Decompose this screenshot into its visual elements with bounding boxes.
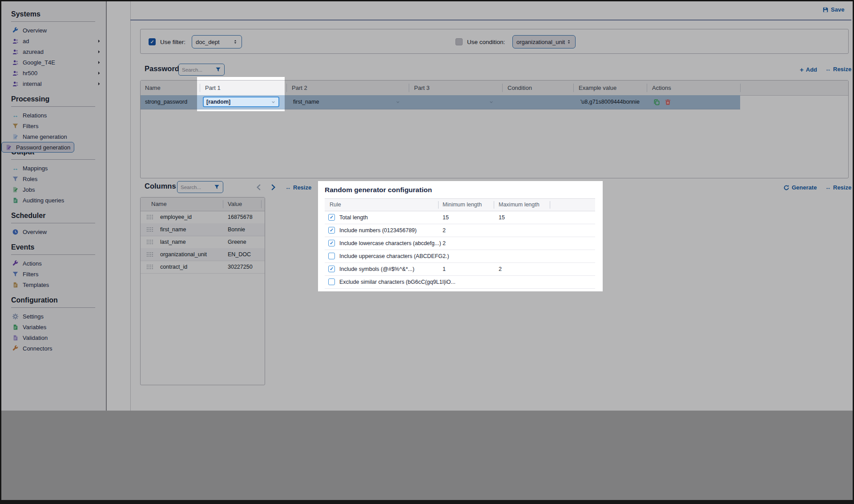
chevron-down-icon — [271, 100, 276, 105]
column-header-value[interactable]: Value — [228, 198, 242, 211]
sidebar-item-mappings[interactable]: ↔Mappings — [1, 163, 106, 173]
sidebar-item-google-t4e[interactable]: Google_T4E — [1, 57, 106, 68]
drag-handle-icon[interactable] — [147, 240, 153, 244]
use-condition-checkbox[interactable]: ✓ — [455, 38, 463, 45]
sidebar-item-filters[interactable]: Filters — [1, 121, 106, 131]
sidebar-heading-scheduler: Scheduler — [11, 212, 95, 223]
drag-handle-icon[interactable] — [147, 265, 153, 269]
rule-max-value[interactable]: 2 — [499, 263, 502, 275]
filter-select[interactable]: doc_dept — [192, 35, 242, 48]
main-left-rule — [130, 1, 131, 411]
sidebar-item-label: Password generation — [16, 144, 70, 151]
sidebar-item-event-filters[interactable]: Filters — [1, 269, 106, 279]
sidebar-item-settings[interactable]: Settings — [1, 311, 106, 322]
generate-button[interactable]: Generate — [783, 184, 817, 191]
passwords-search-input[interactable]: Search... — [178, 64, 225, 76]
column-row-contract-id[interactable]: contract_id 30227250 — [141, 261, 265, 274]
drag-handle-icon[interactable] — [147, 252, 153, 257]
column-header-condition[interactable]: Condition — [508, 81, 532, 95]
part1-dropdown[interactable]: [random] — [203, 97, 279, 107]
rule-min-value[interactable]: 15 — [443, 211, 449, 224]
sidebar-item-label: Settings — [23, 313, 44, 320]
sidebar-item-roles[interactable]: Roles — [1, 173, 106, 184]
rule-checkbox[interactable]: ✓ — [328, 240, 335, 246]
previous-page-icon[interactable] — [255, 183, 263, 191]
columns-search-input[interactable]: Search... — [177, 181, 223, 193]
add-button[interactable]: + Add — [800, 66, 817, 73]
sidebar-item-overview[interactable]: Overview — [1, 25, 106, 36]
sidebar-item-ad[interactable]: ad — [1, 36, 106, 46]
use-condition-label: Use condition: — [467, 39, 505, 45]
sidebar-item-hr500[interactable]: hr500 — [1, 68, 106, 78]
drag-handle-icon[interactable] — [147, 227, 153, 232]
part2-dropdown[interactable]: first_name — [293, 95, 319, 109]
column-value-cell: Greene — [228, 236, 246, 248]
generator-resize-button[interactable]: ↔ Resize — [825, 184, 851, 191]
sidebar-item-label: Name generation — [23, 133, 67, 140]
sidebar-item-relations[interactable]: ↔Relations — [1, 110, 106, 121]
column-row-first-name[interactable]: first_name Bonnie — [141, 223, 265, 236]
column-row-organizational-unit[interactable]: organizational_unit EN_DOC — [141, 248, 265, 261]
rule-checkbox[interactable]: ✓ — [328, 266, 335, 272]
sidebar-item-name-generation[interactable]: Name generation — [1, 131, 106, 142]
condition-select[interactable]: organizational_unit — [512, 35, 576, 48]
column-header-minimum-length[interactable]: Minimum length — [443, 199, 482, 211]
column-header-part1[interactable]: Part 1 — [205, 81, 221, 95]
sidebar-item-internal[interactable]: internal — [1, 78, 106, 89]
passwords-resize-button[interactable]: ↔ Resize — [825, 66, 851, 73]
column-header-maximum-length[interactable]: Maximum length — [499, 199, 540, 211]
app-window: Systems Overview ad azuread Google_T4E h… — [0, 0, 854, 504]
sidebar-item-templates[interactable]: Templates — [1, 279, 106, 290]
rule-checkbox[interactable]: ✓ — [328, 227, 335, 234]
sidebar-section-events: Events Actions Filters Templates — [1, 243, 106, 291]
rule-checkbox[interactable]: ✓ — [328, 214, 335, 221]
rule-checkbox[interactable]: ✓ — [328, 278, 335, 285]
sidebar-item-label: ad — [23, 38, 29, 44]
column-header-rule[interactable]: Rule — [330, 199, 341, 211]
sidebar-item-label: Google_T4E — [23, 59, 55, 66]
column-header-part2[interactable]: Part 2 — [292, 81, 307, 95]
sidebar-item-validation[interactable]: Validation — [1, 332, 106, 343]
save-button[interactable]: Save — [822, 6, 844, 13]
column-header-name[interactable]: Name — [145, 81, 161, 95]
sidebar-item-auditing-queries[interactable]: Auditing queries — [1, 195, 106, 206]
use-filter-checkbox[interactable]: ✓ — [149, 38, 156, 45]
next-page-icon[interactable] — [269, 183, 277, 191]
sidebar-item-scheduler-overview[interactable]: Overview — [1, 226, 106, 237]
sidebar-heading-events: Events — [11, 243, 95, 255]
generate-button-label: Generate — [792, 184, 817, 191]
column-header-example-value[interactable]: Example value — [579, 81, 616, 95]
copy-icon[interactable] — [653, 99, 660, 105]
drag-handle-icon[interactable] — [147, 215, 153, 219]
sidebar-item-azuread[interactable]: azuread — [1, 46, 106, 57]
trash-icon[interactable] — [665, 99, 671, 105]
column-header-actions[interactable]: Actions — [652, 81, 671, 95]
generator-rules-table: Rule Minimum length Maximum length ✓ Tot… — [325, 198, 595, 289]
sidebar-item-actions[interactable]: Actions — [1, 258, 106, 269]
column-row-employee-id[interactable]: employee_id 16875678 — [141, 211, 265, 224]
columns-resize-button[interactable]: ↔ Resize — [285, 184, 311, 191]
chevron-right-icon — [97, 49, 101, 54]
column-header-name[interactable]: Name — [151, 198, 167, 211]
rule-row-include-numbers: ✓ Include numbers (0123456789) 2 — [325, 224, 595, 237]
column-header-part3[interactable]: Part 3 — [414, 81, 430, 95]
rule-min-value[interactable]: 2 — [443, 250, 446, 262]
rule-min-value[interactable]: 2 — [443, 224, 446, 237]
sidebar-item-label: azuread — [23, 48, 44, 55]
sidebar-item-variables[interactable]: Variables — [1, 322, 106, 332]
rule-min-value[interactable]: 2 — [443, 237, 446, 250]
rule-checkbox[interactable]: ✓ — [328, 253, 335, 259]
column-row-last-name[interactable]: last_name Greene — [141, 236, 265, 249]
rule-max-value[interactable]: 15 — [499, 211, 505, 224]
document-icon — [12, 335, 19, 341]
sidebar-item-label: Mappings — [23, 165, 48, 172]
rule-min-value[interactable]: 1 — [443, 263, 446, 275]
sidebar-item-password-generation[interactable]: Password generation — [1, 142, 74, 153]
rule-label: Include symbols (@#$%^&*...) — [339, 263, 415, 275]
password-row-strong-password[interactable]: strong_password [random] first_name 'u8,… — [141, 95, 740, 109]
sidebar-item-jobs[interactable]: Jobs — [1, 184, 106, 195]
column-name-cell: first_name — [160, 223, 186, 236]
sidebar-heading-configuration: Configuration — [11, 296, 95, 308]
sidebar-item-label: Overview — [23, 27, 47, 34]
sidebar-item-connectors[interactable]: Connectors — [1, 343, 106, 354]
